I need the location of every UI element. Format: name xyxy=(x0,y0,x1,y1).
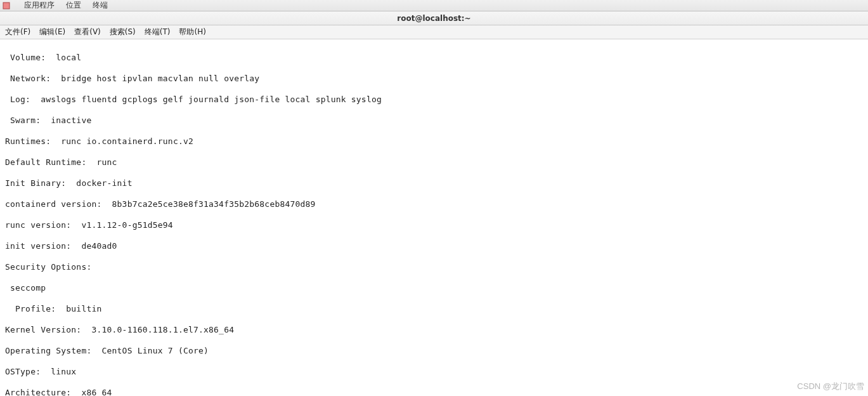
output-line: OSType: linux xyxy=(5,367,863,378)
window-title: root@localhost:~ xyxy=(397,14,470,23)
output-line: seccomp xyxy=(5,283,863,294)
menu-help[interactable]: 帮助(H) xyxy=(179,27,205,37)
panel-places[interactable]: 位置 xyxy=(66,0,81,11)
output-line: Log: awslogs fluentd gcplogs gelf journa… xyxy=(5,95,863,105)
output-line: Profile: builtin xyxy=(5,304,863,315)
output-line: Operating System: CentOS Linux 7 (Core) xyxy=(5,346,863,357)
panel-applications[interactable]: 应用程序 xyxy=(24,0,55,11)
menu-view[interactable]: 查看(V) xyxy=(74,27,101,37)
output-line: Init Binary: docker-init xyxy=(5,178,863,189)
output-line: containerd version: 8b3b7ca2e5ce38e8f31a… xyxy=(5,199,863,210)
output-line: runc version: v1.1.12-0-g51d5e94 xyxy=(5,220,863,231)
desktop-top-panel: 应用程序 位置 终端 xyxy=(0,0,868,11)
menu-file[interactable]: 文件(F) xyxy=(5,27,30,37)
output-line: Kernel Version: 3.10.0-1160.118.1.el7.x8… xyxy=(5,325,863,336)
output-line: init version: de40ad0 xyxy=(5,241,863,252)
terminal-output[interactable]: Volume: local Network: bridge host ipvla… xyxy=(0,39,868,396)
panel-terminal[interactable]: 终端 xyxy=(93,0,108,11)
output-line: Architecture: x86_64 xyxy=(5,388,863,397)
output-line: Volume: local xyxy=(5,53,863,63)
svg-rect-0 xyxy=(3,3,10,9)
output-line: Runtimes: runc io.containerd.runc.v2 xyxy=(5,136,863,147)
menu-edit[interactable]: 编辑(E) xyxy=(39,27,65,37)
menu-terminal[interactable]: 终端(T) xyxy=(145,27,171,37)
output-line: Security Options: xyxy=(5,262,863,273)
output-line: Swarm: inactive xyxy=(5,116,863,126)
terminal-menu-bar: 文件(F) 编辑(E) 查看(V) 搜索(S) 终端(T) 帮助(H) xyxy=(0,25,868,39)
menu-search[interactable]: 搜索(S) xyxy=(110,27,136,37)
output-line: Default Runtime: runc xyxy=(5,157,863,168)
output-line: Network: bridge host ipvlan macvlan null… xyxy=(5,74,863,84)
window-title-bar[interactable]: root@localhost:~ xyxy=(0,11,868,25)
panel-app-icon xyxy=(3,2,10,10)
